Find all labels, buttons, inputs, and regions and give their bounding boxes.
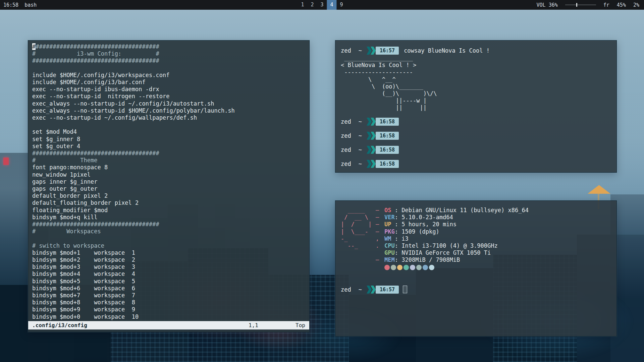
prompt-directory: ~ [359,286,362,293]
fetch-info-row: ,WM : i3 [376,235,529,242]
building-sign-light [3,158,9,165]
vim-line: bindsym $mod+9 workspace 9 [32,306,305,313]
vim-line: bindsym $mod+3 workspace 3 [32,263,305,270]
shell-prompt: zed~16:57 [341,286,611,294]
fetch-info-value: 1509 (dpkg) [401,228,439,235]
fetch-info-value: i3 [401,235,408,242]
vim-line: bindsym $mod+4 workspace 4 [32,270,305,278]
crane-icon [588,185,610,194]
prompt-chevron-icon [367,286,372,294]
fetch-art-fragment: . [376,242,384,249]
prompt-directory: ~ [359,118,362,125]
workspace-button[interactable]: 4 [327,0,337,10]
volume-slider[interactable] [565,0,596,10]
palette-dot [397,265,402,270]
vim-line: bindsym $mod+5 workspace 5 [32,278,305,285]
fetch-info-value: 5.10.0-23-amd64 [401,214,453,221]
fetch-block: _____ / __ \ | / | | \___- -_ --_ —OS : … [341,207,611,264]
bar-left-section: 16:58 bash [0,2,37,8]
fetch-info-row: —UP : 5 hours, 20 mins [376,221,529,228]
vim-statusline: .config/i3/config 1,1 Top [28,321,309,329]
prompt-user: zed [341,118,351,125]
fetch-info-separator: : [395,228,401,235]
palette-dot [429,265,434,270]
fetch-info-separator: : [395,214,401,221]
workspace-button[interactable]: 1 [298,0,307,10]
vim-line [32,65,305,72]
vim-line: bindsym $mod+8 workspace 8 [32,299,305,306]
vim-line: include $HOME/.config/i3/workspaces.conf [32,72,305,79]
vim-line: ##################################### [32,221,305,228]
vim-line: bindsym $mod+6 workspace 6 [32,285,305,292]
fetch-info-row: .CPU: Intel i3-7100 (4) @ 3.900GHz [376,242,529,249]
vim-line: # switch to workspace [32,242,305,249]
fetch-info-row: —OS : Debian GNU/Linux 11 (bullseye) x86… [376,207,529,214]
terminal-output: ____________________ < BlueNova Is Cool … [341,55,611,112]
vim-line: font pango:monospace 8 [32,164,305,171]
prompt-time: 16:58 [376,132,399,140]
cowsay-terminal-window[interactable]: zed~16:57cowsay BlueNova Is Cool ! _____… [335,40,617,173]
fetch-info-label: GPU [384,249,395,256]
vim-line: bindsym $mod+2 workspace 2 [32,256,305,263]
prompt-chevron-icon [367,132,372,140]
vim-line: exec_always --no-startup-id $HOME/.confi… [32,107,305,114]
fetch-info-value: NVIDIA GeForce GTX 1050 Ti [401,249,491,256]
fetch-terminal-window[interactable]: _____ / __ \ | / | | \___- -_ --_ —OS : … [335,200,617,337]
vim-line [32,121,305,128]
color-palette [384,265,611,270]
fetch-info-value: Intel i3-7100 (4) @ 3.900GHz [401,242,498,249]
vim-line: exec --no-startup-id ibus-daemon -drx [32,86,305,93]
keyboard-layout: fr [603,2,609,8]
prompt-directory: ~ [359,132,362,139]
fetch-info-label: OS [384,207,395,214]
stat-percent-2: 2% [633,2,639,8]
cowsay-terminal-content[interactable]: zed~16:57cowsay BlueNova Is Cool ! _____… [335,41,616,174]
bar-right-section: VOL 36% fr 45% 2% [537,0,644,10]
vim-line: ##################################### [32,43,305,50]
prompt-time: 16:57 [376,47,399,55]
fetch-terminal-content[interactable]: _____ / __ \ | / | | \___- -_ --_ —OS : … [335,201,616,300]
vim-line [32,235,305,242]
vim-cursor: # [32,43,36,50]
shell-prompt: zed~16:58 [341,146,611,154]
shell-prompt: zed~16:57cowsay BlueNova Is Cool ! [341,47,611,55]
fetch-info-row: —VER: 5.10.0-23-amd64 [376,214,529,221]
volume-label: VOL 36% [537,2,558,8]
typed-command: cowsay BlueNova Is Cool ! [404,47,490,54]
palette-dot [423,265,428,270]
fetch-prompt-anchor: zed~16:57 [341,286,611,294]
prompt-directory: ~ [359,146,362,153]
fetch-info-value: Debian GNU/Linux 11 (bullseye) x86_64 [401,207,529,214]
fetch-info-label: UP [384,221,395,228]
distro-ascii-art: _____ / __ \ | / | | \___- -_ --_ [341,207,376,264]
vim-line: gaps inner $g_inner [32,178,305,185]
fetch-info-row: —PKG: 1509 (dpkg) [376,228,529,235]
volume-slider-handle[interactable] [576,3,577,7]
fetch-art-fragment: — [376,221,384,228]
workspace-button[interactable]: 3 [317,0,327,10]
fetch-info-label: CPU [384,242,395,249]
prompt-chevron-icon [367,47,372,55]
vim-filename: .config/i3/config [32,322,87,328]
prompt-user: zed [341,146,351,153]
vim-line: exec --no-startup-id nitrogen --restore [32,93,305,100]
vim-line: # Theme [32,157,305,164]
vim-line: default_border pixel 2 [32,192,305,199]
vim-line: bindsym $mod+7 workspace 7 [32,292,305,299]
prompt-directory: ~ [359,47,362,54]
vim-line: bindsym $mod+q kill [32,214,305,221]
shell-prompt: zed~16:58 [341,132,611,140]
shell-prompt: zed~16:58 [341,160,611,168]
workspace-button[interactable]: 9 [337,0,346,10]
vim-buffer[interactable]: ###################################### i… [28,41,309,320]
vim-terminal-window[interactable]: ###################################### i… [28,40,310,332]
fetch-art-fragment: , [376,235,384,242]
fetch-info-row: GPU: NVIDIA GeForce GTX 1050 Ti [376,249,529,256]
stat-percent-1: 45% [617,2,626,8]
fetch-info-separator: : [395,242,401,249]
bar-clock: 16:58 [3,2,18,8]
fetch-info-label: PKG [384,228,395,235]
fetch-info-separator: : [395,256,401,263]
vim-line: new_window 1pixel [32,171,305,178]
workspace-button[interactable]: 2 [307,0,317,10]
